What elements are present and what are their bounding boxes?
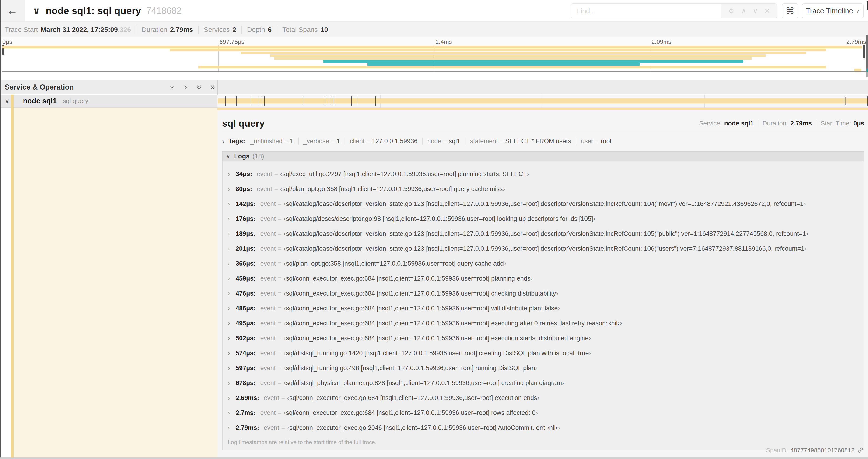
trace-collapse-chevron-icon[interactable]: ∨ bbox=[33, 0, 40, 22]
chevron-right-icon: › bbox=[228, 245, 236, 252]
log-field-value: sql/conn_executor_exec.go:684 [nsql1,cli… bbox=[287, 394, 539, 402]
log-row[interactable]: ›502μs:event=sql/conn_executor_exec.go:6… bbox=[223, 331, 864, 346]
span-duration-bar[interactable] bbox=[218, 98, 868, 103]
deep-link-icon[interactable] bbox=[857, 447, 864, 454]
log-row[interactable]: ›597μs:event=sql/distsql_running.go:498 … bbox=[223, 361, 864, 375]
tags-accordion[interactable]: › Tags: _unfinished=1_verbose=1client=12… bbox=[222, 135, 864, 147]
log-row[interactable]: ›142μs:event=sql/catalog/lease/descripto… bbox=[223, 196, 864, 211]
tag-key: _unfinished bbox=[250, 138, 283, 145]
log-field-key: event bbox=[260, 290, 276, 297]
log-row[interactable]: ›2.79ms:event=sql/conn_executor_exec.go:… bbox=[223, 420, 864, 435]
tag-pair: node=sql1 bbox=[427, 138, 460, 145]
tag-pair: user=root bbox=[581, 138, 612, 145]
span-collapse-chevron-icon[interactable]: ∨ bbox=[5, 97, 9, 105]
minimap-span-bar bbox=[170, 48, 826, 51]
chevron-right-icon: › bbox=[222, 137, 224, 145]
log-row[interactable]: ›189μs:event=sql/catalog/lease/descripto… bbox=[223, 226, 864, 241]
tag-value: 127.0.0.1:59936 bbox=[372, 138, 417, 145]
view-selector-button[interactable]: Trace Timeline ∨ bbox=[802, 3, 864, 19]
span-id-label: SpanID: bbox=[766, 447, 788, 454]
tag-key: statement bbox=[470, 138, 498, 145]
log-tick-mark bbox=[261, 96, 262, 106]
minimap-canvas[interactable] bbox=[2, 45, 866, 72]
meta-label: Depth bbox=[247, 26, 265, 34]
tag-pair: _unfinished=1 bbox=[250, 138, 293, 145]
chevron-down-icon: ∨ bbox=[226, 153, 230, 160]
log-timestamp: 502μs: bbox=[236, 335, 256, 342]
log-row[interactable]: ›459μs:event=sql/conn_executor_exec.go:6… bbox=[223, 271, 864, 286]
log-timestamp: 189μs: bbox=[236, 230, 256, 237]
span-name-row[interactable]: ∨ node sql1 sql query bbox=[0, 95, 217, 108]
log-field-key: event bbox=[260, 350, 276, 357]
locate-icon[interactable] bbox=[728, 7, 735, 14]
tag-divider bbox=[422, 138, 423, 144]
tag-key: _verbose bbox=[303, 138, 329, 145]
log-field-key: event bbox=[260, 335, 276, 342]
find-input[interactable] bbox=[571, 4, 721, 18]
page-header: ← ∨ node sql1: sql query 7418682 ∧ ∨ ✕ bbox=[0, 0, 868, 22]
log-field-value: sql/exec_util.go:2297 [nsql1,client=127.… bbox=[280, 170, 529, 178]
tags-label: Tags: bbox=[228, 137, 245, 145]
summary-divider bbox=[816, 120, 816, 127]
window-left-edge bbox=[0, 0, 1, 459]
minimap-right-scrub-handle[interactable] bbox=[863, 45, 865, 58]
column-resize-grip[interactable] bbox=[212, 85, 214, 91]
log-field-key: event bbox=[260, 200, 276, 207]
log-field-value: sql/plan_opt.go:358 [nsql1,client=127.0.… bbox=[280, 186, 505, 193]
log-row[interactable]: ›678μs:event=sql/distsql_physical_planne… bbox=[223, 375, 864, 390]
log-row[interactable]: ›486μs:event=sql/conn_executor_exec.go:6… bbox=[223, 301, 864, 316]
tag-key: client bbox=[350, 138, 365, 145]
meta-item: Trace StartMarch 31 2022, 17:25:09.326 bbox=[5, 26, 131, 34]
span-color-strip bbox=[217, 108, 868, 110]
chevron-right-icon: › bbox=[228, 349, 236, 357]
back-arrow-icon: ← bbox=[7, 4, 18, 17]
find-next-icon[interactable]: ∨ bbox=[753, 7, 758, 14]
log-row[interactable]: ›34μs:event=sql/exec_util.go:2297 [nsql1… bbox=[223, 167, 864, 182]
log-field-key: event bbox=[260, 320, 276, 327]
log-timestamp: 2.7ms: bbox=[236, 409, 256, 417]
find-prev-icon[interactable]: ∧ bbox=[741, 7, 746, 14]
log-equals: = bbox=[278, 260, 282, 267]
log-equals: = bbox=[278, 350, 282, 357]
log-field-value: sql/catalog/lease/descriptor_version_sta… bbox=[283, 230, 808, 237]
log-row[interactable]: ›2.7ms:event=sql/conn_executor_exec.go:6… bbox=[223, 405, 864, 420]
log-tick-mark bbox=[225, 96, 226, 106]
log-field-key: event bbox=[260, 275, 276, 282]
keyboard-shortcuts-button[interactable]: ⌘ bbox=[782, 3, 798, 19]
log-row[interactable]: ›574μs:event=sql/distsql_running.go:1420… bbox=[223, 346, 864, 361]
collapse-one-icon[interactable] bbox=[168, 84, 176, 91]
tag-equals: = bbox=[595, 138, 599, 145]
log-timestamp: 34μs: bbox=[236, 170, 252, 178]
log-field-key: event bbox=[260, 365, 276, 372]
collapse-all-icon[interactable] bbox=[195, 84, 203, 91]
log-row[interactable]: ›201μs:event=sql/catalog/lease/descripto… bbox=[223, 241, 864, 256]
log-row[interactable]: ›366μs:event=sql/plan_opt.go:358 [nsql1,… bbox=[223, 256, 864, 271]
log-equals: = bbox=[274, 170, 278, 178]
log-equals: = bbox=[278, 290, 282, 297]
log-row[interactable]: ›2.69ms:event=sql/conn_executor_exec.go:… bbox=[223, 390, 864, 405]
tag-value: 1 bbox=[337, 138, 340, 145]
log-timestamp: 495μs: bbox=[236, 320, 256, 327]
logs-accordion-header[interactable]: ∨ Logs (18) bbox=[222, 151, 864, 161]
tag-equals: = bbox=[331, 138, 335, 145]
expand-one-icon[interactable] bbox=[182, 84, 189, 91]
meta-value: 6 bbox=[268, 26, 272, 34]
log-row[interactable]: ›495μs:event=sql/conn_executor_exec.go:6… bbox=[223, 316, 864, 331]
span-id-row: SpanID: 4877749850101760812 bbox=[222, 447, 864, 454]
log-row[interactable]: ›80μs:event=sql/plan_opt.go:358 [nsql1,c… bbox=[223, 182, 864, 196]
back-button[interactable]: ← bbox=[0, 0, 25, 22]
collapse-controls bbox=[168, 80, 216, 94]
log-row[interactable]: ›476μs:event=sql/conn_executor_exec.go:6… bbox=[223, 286, 864, 301]
view-selector-label: Trace Timeline bbox=[806, 7, 853, 15]
scrollbar-thumb[interactable] bbox=[866, 68, 868, 72]
meta-value: 2 bbox=[232, 26, 236, 34]
log-field-key: event bbox=[257, 170, 272, 178]
find-clear-icon[interactable]: ✕ bbox=[764, 7, 770, 14]
scrollbar-track[interactable] bbox=[866, 35, 868, 68]
minimap-span-bar bbox=[270, 54, 766, 57]
span-timeline-row[interactable] bbox=[217, 95, 868, 108]
find-buttons: ∧ ∨ ✕ bbox=[721, 4, 777, 18]
timeline-header-row: Service & Operation 0μs697.75μs1.4ms2.09… bbox=[0, 80, 868, 94]
log-field-key: event bbox=[260, 245, 276, 252]
log-row[interactable]: ›176μs:event=sql/catalog/descs/descripto… bbox=[223, 211, 864, 226]
